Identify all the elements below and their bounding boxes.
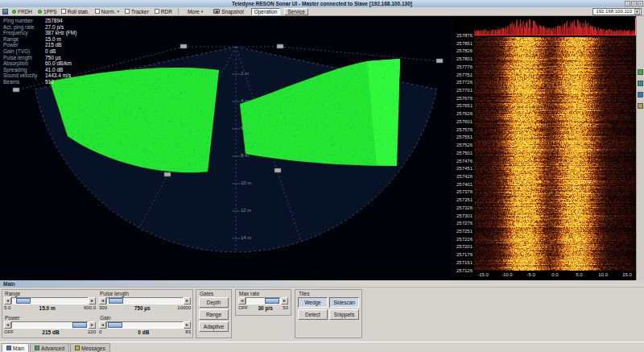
panel-tab[interactable]: Messages — [70, 343, 110, 352]
slider-right-arrow[interactable]: ► — [281, 297, 288, 304]
window-buttons: – □ ✕ — [625, 1, 643, 6]
ping-number-label: 257726 — [453, 80, 473, 85]
gate-button[interactable]: Range — [199, 309, 229, 320]
tiles-label: Tiles — [299, 291, 359, 296]
close-button[interactable]: ✕ — [638, 1, 643, 6]
gates-label: Gates — [200, 291, 229, 296]
status-indicator: 1PPS — [38, 9, 57, 14]
dock-icon-blue[interactable] — [638, 92, 643, 97]
chevron-down-icon: ▾ — [118, 9, 120, 14]
gain-slider[interactable]: ◄► — [99, 321, 191, 329]
tile-button[interactable]: Detect — [298, 309, 328, 320]
toolbar-checkbox[interactable]: Tracker — [125, 9, 149, 14]
panel-title: Main — [3, 281, 15, 287]
checkbox-label: Roll stab. — [68, 9, 89, 14]
slider-thumb[interactable] — [16, 298, 31, 304]
app-window: Teledyne RESON Sonar UI - Master connect… — [0, 0, 644, 352]
operation-button[interactable]: Operation — [251, 8, 281, 15]
slider-right-arrow[interactable]: ► — [89, 321, 96, 329]
slider-track[interactable] — [11, 297, 89, 304]
pulse-group: Pulse length ◄► 300750 µs10000 — [99, 291, 191, 311]
tiles-group: Tiles WedgeSidescanDetectSnippets — [295, 289, 362, 338]
tab-label: Main — [13, 346, 24, 351]
maximize-button[interactable]: □ — [631, 1, 637, 6]
checkbox-icon — [61, 9, 66, 14]
pulse-values: 300750 µs10000 — [99, 305, 191, 311]
range-ring-label: 12 m — [241, 208, 251, 213]
slider-left-arrow[interactable]: ◄ — [99, 297, 106, 304]
telemetry-label: Sound velocity — [3, 72, 45, 79]
range-ring-label: 6 m — [241, 126, 251, 131]
minimize-button[interactable]: – — [625, 1, 630, 6]
wedge-display[interactable]: Ping number257894Act. ping rate27.0 p/sF… — [0, 16, 453, 280]
slider-left-arrow[interactable]: ◄ — [4, 321, 11, 329]
ping-number-label: 257201 — [453, 244, 473, 249]
toolbar-checkbox[interactable]: Roll stab. — [61, 9, 89, 14]
ping-number-label: 257226 — [453, 237, 473, 242]
slider-track[interactable] — [106, 321, 184, 329]
main-content: Ping number257894Act. ping rate27.0 p/sF… — [0, 16, 644, 280]
slider-thumb[interactable] — [109, 298, 123, 304]
telemetry-value: 27.0 p/s — [45, 24, 64, 31]
telemetry-label: Absorption — [3, 60, 45, 67]
service-button[interactable]: Service — [284, 8, 308, 15]
slider-left-arrow[interactable]: ◄ — [238, 297, 246, 304]
panel-tab[interactable]: Advanced — [30, 343, 69, 352]
ping-number-label: 257126 — [453, 268, 473, 273]
tab-icon — [6, 346, 11, 350]
dock-icon-teal[interactable] — [638, 81, 643, 86]
toolbar-checkbox[interactable]: Norm.▾ — [95, 9, 119, 14]
led-icon — [12, 10, 16, 14]
maxrate-slider[interactable]: ◄► — [238, 297, 288, 304]
toolbar-checkbox[interactable]: RDR — [155, 9, 172, 14]
range-slider[interactable]: ◄► — [4, 297, 96, 304]
range-ring-label: 10 m — [241, 180, 251, 186]
slider-right-arrow[interactable]: ► — [184, 321, 191, 329]
slider-left-arrow[interactable]: ◄ — [99, 321, 106, 329]
more-button[interactable]: More▾ — [184, 8, 206, 15]
range-ring-label: 8 m — [241, 153, 251, 159]
ping-number-label: 257401 — [453, 182, 473, 187]
slider-track[interactable] — [106, 297, 184, 304]
panel-tab[interactable]: Main — [2, 343, 29, 352]
slider-track[interactable] — [11, 321, 89, 329]
telemetry-label: Frequency — [3, 30, 45, 36]
ping-number-label: 257301 — [453, 213, 473, 218]
dock-icon-green[interactable] — [638, 69, 643, 75]
camera-icon — [213, 9, 220, 14]
checkbox-label: RDR — [161, 9, 172, 14]
slider-track[interactable] — [246, 297, 281, 304]
pulse-slider[interactable]: ◄► — [99, 297, 191, 304]
ping-number-label: 257451 — [453, 166, 473, 171]
slider-right-arrow[interactable]: ► — [89, 297, 96, 304]
power-slider[interactable]: ◄► — [4, 321, 96, 329]
ping-number-label: 257826 — [453, 48, 473, 53]
ping-number-label: 257376 — [453, 189, 473, 194]
tab-label: Advanced — [41, 346, 64, 351]
ping-number-label: 257601 — [453, 119, 473, 124]
sidescan-waterfall: 2578762578512578262578012577762577512577… — [453, 16, 636, 280]
gate-button[interactable]: Depth — [199, 297, 229, 308]
slider-thumb[interactable] — [72, 322, 87, 328]
snapshot-button[interactable]: Snapshot — [210, 8, 246, 15]
tile-button[interactable]: Sidescan — [329, 297, 359, 308]
maxrate-values: OFF30 p/s50 — [238, 305, 288, 311]
waterfall-canvas[interactable] — [474, 16, 636, 271]
indicator-label: 1PPS — [43, 9, 57, 14]
telemetry-row: Beams512 — [3, 79, 76, 85]
status-indicator: FRDH — [12, 9, 32, 14]
dock-icon-olive[interactable] — [638, 103, 643, 109]
slider-thumb[interactable] — [108, 322, 122, 328]
slider-right-arrow[interactable]: ► — [184, 297, 191, 304]
tile-button[interactable]: Snippets — [329, 309, 359, 320]
slider-left-arrow[interactable]: ◄ — [4, 297, 11, 304]
ip-address-select[interactable]: 192.168.100.110▾ — [592, 8, 642, 15]
ip-address-value: 192.168.100.110 — [596, 9, 632, 14]
telemetry-panel: Ping number257894Act. ping rate27.0 p/sF… — [3, 18, 76, 85]
ping-number-label: 257426 — [453, 174, 473, 179]
power-label: Power — [5, 315, 96, 321]
ping-number-label: 257776 — [453, 64, 473, 69]
gate-button[interactable]: Adaptive — [199, 321, 229, 332]
tile-button[interactable]: Wedge — [298, 297, 328, 308]
slider-thumb[interactable] — [265, 298, 279, 304]
